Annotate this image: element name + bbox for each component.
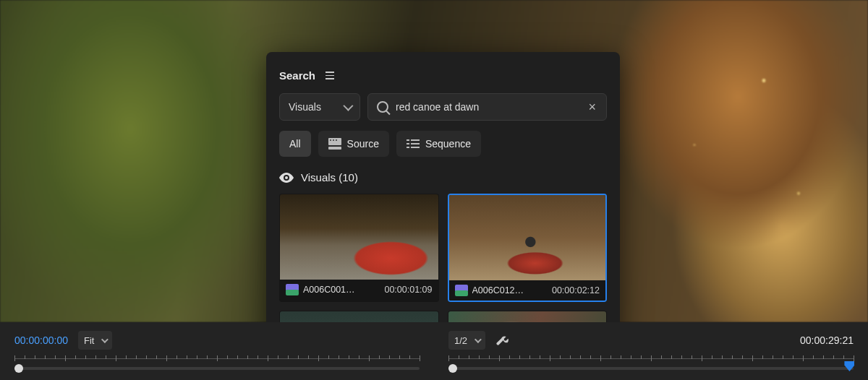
program-scrubber[interactable] <box>448 355 854 373</box>
zoom-fit-dropdown[interactable]: Fit <box>78 331 112 350</box>
svg-rect-6 <box>411 139 420 141</box>
svg-rect-3 <box>336 139 337 141</box>
chip-all-label: All <box>289 138 301 150</box>
thumbnail-caption: A006C001… 00:00:01:09 <box>280 280 438 300</box>
result-thumb[interactable]: A006C012… 00:00:02:12 <box>448 194 608 302</box>
svg-rect-7 <box>407 143 409 144</box>
source-playhead-timecode[interactable]: 00:00:00:00 <box>14 334 68 346</box>
source-scrubber[interactable] <box>14 355 420 373</box>
chevron-down-icon <box>343 101 353 111</box>
program-monitor-footer: 1/2 00:00:29:21 <box>434 322 868 380</box>
thumbnail-caption: A006C012… 00:00:02:12 <box>449 280 606 301</box>
clip-icon <box>455 285 468 296</box>
results-section-header: Visuals (10) <box>279 171 607 183</box>
category-dropdown-label: Visuals <box>289 101 321 113</box>
settings-wrench-icon[interactable] <box>495 334 509 347</box>
clip-timecode: 00:00:01:09 <box>384 285 432 295</box>
sequence-icon <box>407 139 420 149</box>
chevron-down-icon <box>101 336 109 343</box>
filter-chips: All Source Sequence <box>279 131 607 157</box>
chip-all[interactable]: All <box>279 131 311 157</box>
panel-header: Search <box>279 69 607 82</box>
clip-timecode: 00:00:02:12 <box>552 285 600 295</box>
scrubber-knob[interactable] <box>448 364 457 373</box>
search-icon <box>377 101 388 113</box>
svg-point-11 <box>285 176 288 179</box>
svg-rect-9 <box>407 147 409 148</box>
svg-rect-4 <box>328 147 341 150</box>
category-dropdown[interactable]: Visuals <box>279 93 360 121</box>
chip-sequence-label: Sequence <box>425 138 471 150</box>
svg-rect-5 <box>407 139 409 141</box>
eye-icon <box>279 173 294 183</box>
svg-rect-10 <box>411 147 420 148</box>
program-duration-timecode[interactable]: 00:00:29:21 <box>800 334 854 346</box>
chip-source-label: Source <box>347 138 379 150</box>
source-monitor-footer: 00:00:00:00 Fit <box>0 322 434 380</box>
clip-name: A006C001… <box>303 285 355 295</box>
chip-sequence[interactable]: Sequence <box>396 131 481 157</box>
result-thumb[interactable]: A006C001… 00:00:01:09 <box>279 194 439 302</box>
zoom-fit-label: Fit <box>84 335 94 346</box>
svg-rect-8 <box>411 143 420 144</box>
svg-rect-2 <box>333 139 334 141</box>
chip-source[interactable]: Source <box>318 131 389 157</box>
playback-resolution-label: 1/2 <box>454 335 467 346</box>
clip-name: A006C012… <box>472 285 524 295</box>
chevron-down-icon <box>475 336 482 343</box>
thumbnail-image <box>280 194 438 280</box>
clip-icon <box>286 284 299 295</box>
results-section-label: Visuals (10) <box>301 171 358 183</box>
source-icon <box>328 138 341 150</box>
clear-search-icon[interactable]: × <box>587 100 597 113</box>
search-input[interactable] <box>396 101 579 113</box>
svg-rect-0 <box>328 138 341 145</box>
panel-title: Search <box>279 69 315 82</box>
monitor-footer: 00:00:00:00 Fit 1/2 00:00:29:21 <box>0 322 868 380</box>
svg-rect-1 <box>330 139 331 141</box>
scrubber-knob[interactable] <box>14 364 23 373</box>
search-controls-row: Visuals × <box>279 93 607 121</box>
search-box[interactable]: × <box>367 93 607 121</box>
panel-menu-icon[interactable] <box>326 72 334 79</box>
playback-resolution-dropdown[interactable]: 1/2 <box>448 331 485 350</box>
thumbnail-image <box>449 195 606 280</box>
